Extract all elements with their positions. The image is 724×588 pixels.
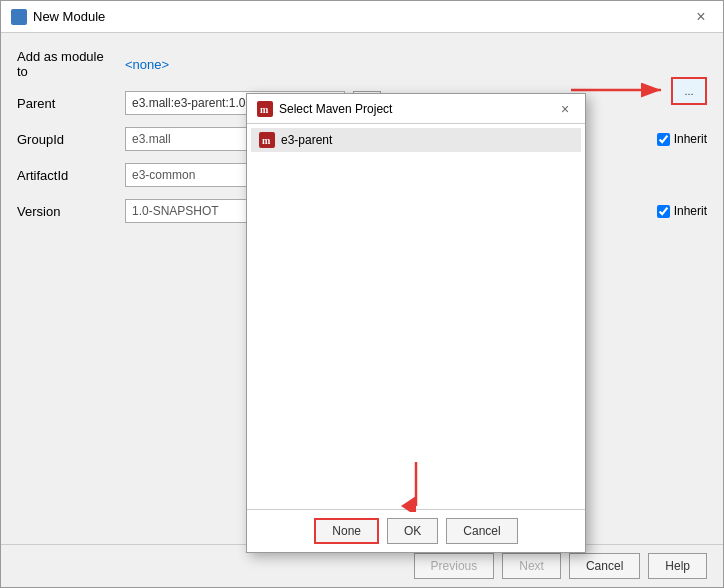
add-module-label: Add as module to <box>17 49 117 79</box>
maven-tree-item[interactable]: m e3-parent <box>251 128 581 152</box>
dialog-close-button[interactable]: × <box>689 5 713 29</box>
maven-titlebar-left: m Select Maven Project <box>257 101 392 117</box>
dialog-title: New Module <box>33 9 105 24</box>
maven-modal-title: Select Maven Project <box>279 102 392 116</box>
dialog-titlebar: New Module × <box>1 1 723 33</box>
previous-button[interactable]: Previous <box>414 553 495 579</box>
select-maven-project-modal: m Select Maven Project × m e3-parent <box>246 93 586 553</box>
dialog-body: Add as module to <none> Parent e3.mall:e… <box>1 33 723 544</box>
version-inherit-row: Inherit <box>657 204 707 218</box>
artifactid-label: ArtifactId <box>17 168 117 183</box>
maven-item-icon: m <box>259 132 275 148</box>
version-label: Version <box>17 204 117 219</box>
maven-titlebar: m Select Maven Project × <box>247 94 585 124</box>
maven-item-name: e3-parent <box>281 133 332 147</box>
groupid-label: GroupId <box>17 132 117 147</box>
maven-modal-footer: None OK Cancel <box>247 509 585 552</box>
module-icon <box>11 9 27 25</box>
red-down-arrow-annotation <box>401 462 431 512</box>
help-button[interactable]: Help <box>648 553 707 579</box>
maven-modal-close-button[interactable]: × <box>555 99 575 119</box>
highlighted-parent-ellipsis-button[interactable]: ... <box>671 77 707 105</box>
groupid-inherit-row: Inherit <box>657 132 707 146</box>
titlebar-left: New Module <box>11 9 105 25</box>
groupid-inherit-checkbox[interactable] <box>657 133 670 146</box>
add-module-value: <none> <box>125 57 169 72</box>
version-inherit-checkbox[interactable] <box>657 205 670 218</box>
parent-label: Parent <box>17 96 117 111</box>
maven-project-list[interactable]: m e3-parent <box>247 124 585 509</box>
maven-cancel-button[interactable]: Cancel <box>446 518 517 544</box>
new-module-dialog: New Module × Add as module to <none> Par… <box>0 0 724 588</box>
svg-text:m: m <box>262 135 271 146</box>
maven-project-icon: m <box>257 101 273 117</box>
version-inherit-label: Inherit <box>674 204 707 218</box>
groupid-inherit-label: Inherit <box>674 132 707 146</box>
maven-ok-button[interactable]: OK <box>387 518 438 544</box>
svg-text:m: m <box>260 104 269 115</box>
add-as-module-row: Add as module to <none> <box>17 49 707 79</box>
next-button[interactable]: Next <box>502 553 561 579</box>
maven-none-button[interactable]: None <box>314 518 379 544</box>
cancel-button[interactable]: Cancel <box>569 553 640 579</box>
